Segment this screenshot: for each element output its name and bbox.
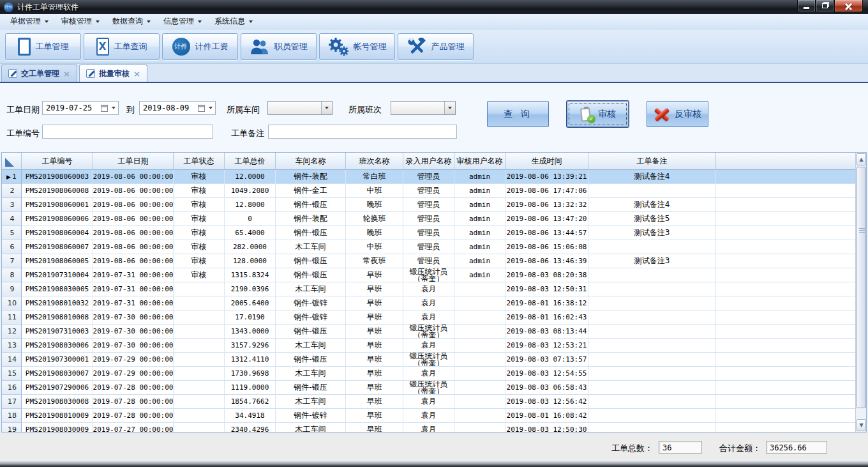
menu-item-data-query[interactable]: 数据查询 bbox=[106, 15, 157, 29]
toolbar-button-account-manage[interactable]: 帐号管理 bbox=[319, 33, 395, 60]
table-row[interactable]: ▶1 PMS201908060003 2019-08-06 00:00:00 审… bbox=[2, 170, 855, 184]
scrollbar-thumb[interactable] bbox=[857, 167, 866, 408]
column-header-order-date[interactable]: 工单日期 bbox=[93, 153, 174, 170]
cell-status bbox=[174, 296, 225, 310]
table-row[interactable]: 13 PMS201908030006 2019-07-30 00:00:00 3… bbox=[2, 339, 855, 353]
close-button[interactable] bbox=[834, 0, 863, 12]
toolbar-button-product-manage[interactable]: 产品管理 bbox=[398, 33, 474, 60]
date-from-picker[interactable]: 2019-07-25 bbox=[42, 101, 119, 115]
clipboard-check-icon: ✓ bbox=[580, 107, 594, 122]
unaudit-button[interactable]: 反审核 bbox=[647, 101, 708, 127]
column-header-order-no[interactable]: 工单编号 bbox=[22, 153, 93, 170]
row-number-cell[interactable]: 2 bbox=[2, 184, 22, 198]
window-title: 计件工单管理软件 bbox=[17, 2, 79, 13]
column-header-audit-user[interactable]: 审核用户名称 bbox=[454, 153, 505, 170]
table-row[interactable]: 16 PMS201907290006 2019-07-28 00:00:00 1… bbox=[2, 381, 855, 395]
cell-order-date: 2019-07-30 00:00:00 bbox=[93, 310, 174, 325]
toolbar-button-piece-wage[interactable]: 计件 计件工资 bbox=[162, 33, 238, 60]
menu-item-orders[interactable]: 单据管理 bbox=[4, 15, 55, 29]
row-number-cell[interactable]: 6 bbox=[2, 240, 22, 254]
column-header-shift[interactable]: 班次名称 bbox=[346, 153, 403, 170]
toolbar-button-staff-manage[interactable]: 职员管理 bbox=[241, 33, 317, 60]
restore-button[interactable] bbox=[816, 0, 834, 12]
table-row[interactable]: 6 PMS201908060007 2019-08-06 00:00:00 审核… bbox=[2, 240, 855, 254]
tab-close-icon[interactable]: × bbox=[133, 69, 140, 79]
row-number-cell[interactable]: ▶1 bbox=[2, 170, 22, 184]
cell-filler bbox=[716, 395, 855, 409]
row-number-cell[interactable]: 13 bbox=[2, 339, 22, 353]
menu-item-system[interactable]: 系统信息 bbox=[208, 15, 259, 29]
row-number-cell[interactable]: 10 bbox=[2, 296, 22, 310]
row-number-cell[interactable]: 19 bbox=[2, 423, 22, 432]
table-row[interactable]: 18 PMS201908010009 2019-07-28 00:00:00 3… bbox=[2, 409, 855, 423]
toolbar-button-order-query[interactable]: X 工单查询 bbox=[84, 33, 160, 60]
order-no-input[interactable] bbox=[42, 125, 213, 139]
table-row[interactable]: 10 PMS201908010032 2019-07-31 00:00:00 2… bbox=[2, 296, 855, 310]
row-number-cell[interactable]: 11 bbox=[2, 310, 22, 325]
vertical-scrollbar[interactable]: ▲ ▼ bbox=[855, 153, 866, 432]
row-number-cell[interactable]: 17 bbox=[2, 395, 22, 409]
column-header-entry-user[interactable]: 录入用户名称 bbox=[403, 153, 454, 170]
table-row[interactable]: 2 PMS201908060008 2019-08-06 00:00:00 审核… bbox=[2, 184, 855, 198]
row-number-cell[interactable]: 12 bbox=[2, 325, 22, 339]
cell-remark bbox=[588, 325, 716, 339]
tab-close-icon[interactable]: × bbox=[63, 69, 70, 79]
shift-select[interactable] bbox=[391, 101, 456, 115]
cell-remark bbox=[588, 184, 716, 198]
table-row[interactable]: 14 PMS201907300001 2019-07-29 00:00:00 1… bbox=[2, 353, 855, 367]
cell-remark bbox=[588, 395, 716, 409]
tab-delivery-order-manage[interactable]: 交工单管理 × bbox=[1, 65, 77, 82]
tab-batch-audit[interactable]: 批量审核 × bbox=[79, 65, 147, 82]
row-number-cell[interactable]: 14 bbox=[2, 353, 22, 367]
menu-item-audit[interactable]: 审核管理 bbox=[55, 15, 106, 29]
table-row[interactable]: 3 PMS201908060001 2019-08-06 00:00:00 审核… bbox=[2, 198, 855, 212]
toolbar-button-order-manage[interactable]: 工单管理 bbox=[5, 33, 81, 60]
corner-triangle-icon bbox=[5, 158, 14, 167]
query-button[interactable]: 查 询 bbox=[487, 101, 549, 127]
column-header-created[interactable]: 生成时间 bbox=[505, 153, 588, 170]
cell-order-no: PMS201908010032 bbox=[22, 296, 93, 310]
row-number-cell[interactable]: 5 bbox=[2, 226, 22, 240]
workshop-select[interactable] bbox=[267, 101, 333, 115]
row-number-cell[interactable]: 16 bbox=[2, 381, 22, 395]
table-row[interactable]: 9 PMS201908030005 2019-07-31 00:00:00 21… bbox=[2, 282, 855, 296]
cell-shift: 早班 bbox=[346, 310, 403, 325]
combo-arrow-button[interactable] bbox=[444, 102, 455, 114]
minimize-button[interactable] bbox=[797, 0, 816, 12]
table-row[interactable]: 5 PMS201908060004 2019-08-06 00:00:00 审核… bbox=[2, 226, 855, 240]
scrollbar-grip-icon bbox=[859, 228, 865, 233]
audit-button[interactable]: ✓ 审核 bbox=[567, 101, 629, 127]
cell-order-no: PMS201908030008 bbox=[22, 395, 93, 409]
cell-order-no: PMS201908030005 bbox=[22, 282, 93, 296]
column-header-workshop[interactable]: 车间名称 bbox=[276, 153, 346, 170]
table-row[interactable]: 15 PMS201908030007 2019-07-29 00:00:00 1… bbox=[2, 367, 855, 381]
column-header-total[interactable]: 工单总价 bbox=[225, 153, 276, 170]
scroll-up-button[interactable]: ▲ bbox=[857, 153, 866, 165]
cell-filler bbox=[716, 367, 855, 381]
table-row[interactable]: 17 PMS201908030008 2019-07-28 00:00:00 1… bbox=[2, 395, 855, 409]
table-row[interactable]: 4 PMS201908060006 2019-08-06 00:00:00 审核… bbox=[2, 212, 855, 226]
row-number-cell[interactable]: 8 bbox=[2, 268, 22, 282]
table-row[interactable]: 11 PMS201908010008 2019-07-30 00:00:00 1… bbox=[2, 310, 855, 325]
table-row[interactable]: 7 PMS201908060005 2019-08-06 00:00:00 审核… bbox=[2, 254, 855, 268]
date-from-value: 2019-07-25 bbox=[43, 103, 101, 112]
dropdown-arrow-icon bbox=[45, 20, 49, 23]
table-row[interactable]: 19 PMS201908030009 2019-07-27 00:00:00 2… bbox=[2, 423, 855, 432]
row-number-cell[interactable]: 7 bbox=[2, 254, 22, 268]
column-header-status[interactable]: 工单状态 bbox=[174, 153, 225, 170]
row-number-cell[interactable]: 18 bbox=[2, 409, 22, 423]
table-row[interactable]: 12 PMS201907310003 2019-07-30 00:00:00 1… bbox=[2, 325, 855, 339]
select-all-corner[interactable] bbox=[2, 153, 22, 170]
row-number-cell[interactable]: 15 bbox=[2, 367, 22, 381]
row-number-cell[interactable]: 9 bbox=[2, 282, 22, 296]
menu-item-info[interactable]: 信息管理 bbox=[157, 15, 208, 29]
cell-entry-user: 管理员 bbox=[403, 226, 454, 240]
order-remark-input[interactable] bbox=[268, 125, 457, 139]
scroll-down-button[interactable]: ▼ bbox=[857, 419, 866, 431]
combo-arrow-button[interactable] bbox=[321, 102, 332, 114]
table-row[interactable]: 8 PMS201907310004 2019-07-31 00:00:00 审核… bbox=[2, 268, 855, 282]
row-number-cell[interactable]: 4 bbox=[2, 212, 22, 226]
column-header-remark[interactable]: 工单备注 bbox=[588, 153, 716, 170]
date-to-picker[interactable]: 2019-08-09 bbox=[139, 101, 216, 115]
row-number-cell[interactable]: 3 bbox=[2, 198, 22, 212]
